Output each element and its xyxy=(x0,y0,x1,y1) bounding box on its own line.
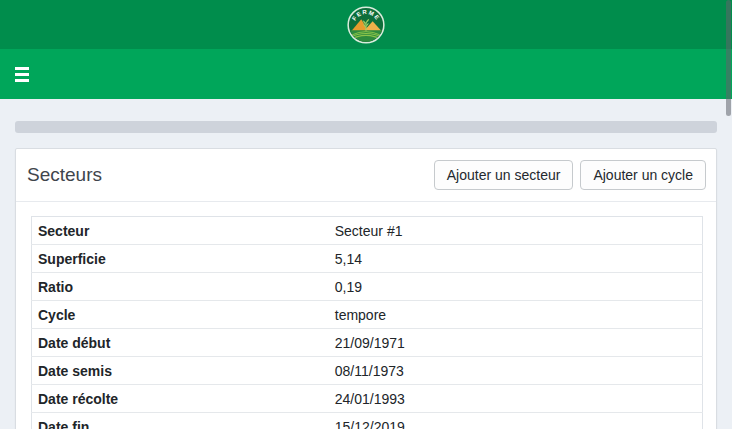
hamburger-icon xyxy=(15,67,29,70)
row-value: 21/09/1971 xyxy=(329,329,703,357)
sidebar-toggle-button[interactable] xyxy=(13,63,31,86)
add-secteur-button[interactable]: Ajouter un secteur xyxy=(434,160,574,190)
content-area: Secteurs Ajouter un secteur Ajouter un c… xyxy=(0,99,732,429)
card-actions: Ajouter un secteur Ajouter un cycle xyxy=(434,160,706,190)
row-label: Ratio xyxy=(32,273,329,301)
page-title: Secteurs xyxy=(27,161,102,189)
row-value: 08/11/1973 xyxy=(329,357,703,385)
table-row: Ratio 0,19 xyxy=(32,273,703,301)
add-cycle-button[interactable]: Ajouter un cycle xyxy=(580,160,706,190)
row-value: tempore xyxy=(329,301,703,329)
table-row: Superficie 5,14 xyxy=(32,245,703,273)
farm-logo-icon: FERME xyxy=(347,6,385,44)
card-body: Secteur Secteur #1 Superficie 5,14 Ratio… xyxy=(16,202,716,429)
secteur-details-table: Secteur Secteur #1 Superficie 5,14 Ratio… xyxy=(31,216,703,429)
table-row: Date début 21/09/1971 xyxy=(32,329,703,357)
table-row: Secteur Secteur #1 xyxy=(32,217,703,245)
row-value: 15/12/2019 xyxy=(329,413,703,429)
row-label: Secteur xyxy=(32,217,329,245)
table-row: Cycle tempore xyxy=(32,301,703,329)
brand-header: FERME xyxy=(0,0,732,49)
table-body: Secteur Secteur #1 Superficie 5,14 Ratio… xyxy=(32,217,703,429)
row-label: Date récolte xyxy=(32,385,329,413)
row-value: 24/01/1993 xyxy=(329,385,703,413)
row-value: Secteur #1 xyxy=(329,217,703,245)
table-row: Date fin 15/12/2019 xyxy=(32,413,703,429)
table-row: Date semis 08/11/1973 xyxy=(32,357,703,385)
row-label: Date fin xyxy=(32,413,329,429)
row-value: 0,19 xyxy=(329,273,703,301)
secteurs-card: Secteurs Ajouter un secteur Ajouter un c… xyxy=(15,148,717,429)
vertical-scrollbar-thumb[interactable] xyxy=(726,0,731,116)
row-label: Superficie xyxy=(32,245,329,273)
breadcrumb-placeholder-bar xyxy=(15,121,717,133)
table-row: Date récolte 24/01/1993 xyxy=(32,385,703,413)
row-label: Date début xyxy=(32,329,329,357)
navbar xyxy=(0,49,732,99)
card-header: Secteurs Ajouter un secteur Ajouter un c… xyxy=(16,149,716,202)
row-label: Date semis xyxy=(32,357,329,385)
row-label: Cycle xyxy=(32,301,329,329)
row-value: 5,14 xyxy=(329,245,703,273)
